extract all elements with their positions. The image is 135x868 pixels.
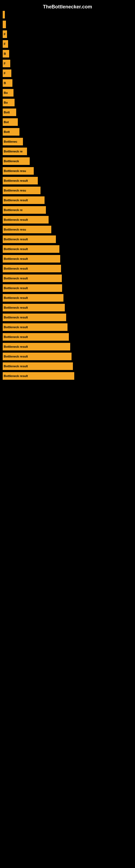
bar-item: Bot	[3, 118, 135, 126]
bar: Bo	[3, 89, 13, 97]
bar-label: Bottleneck result	[4, 316, 28, 319]
bar-label: B	[4, 82, 6, 85]
bar-label: Bottleneck re	[4, 208, 23, 212]
bar: Bottleneck result	[3, 196, 45, 204]
bar: Bottleneck result	[3, 314, 66, 321]
bar-label: Bottleneck result	[4, 326, 28, 329]
bar-item: F	[3, 40, 135, 48]
bar-label: Bottleneck result	[4, 296, 28, 300]
bar-item: Bottleneck result	[3, 245, 135, 253]
bar: Bottleneck re	[3, 206, 46, 214]
bar-label: Bottleneck result	[4, 257, 28, 260]
bar-item: Bottleneck result	[3, 216, 135, 223]
bar-label: Bottleneck result	[4, 247, 28, 251]
bar-item: Bottleneck result	[3, 196, 135, 204]
bar-item: Bottleneck re	[3, 148, 135, 155]
bar-item: Bottleneck resu	[3, 226, 135, 233]
bar-item: Bottleneck result	[3, 314, 135, 321]
bar-item: Bottleneck result	[3, 177, 135, 184]
bar-label: Bottleneck result	[4, 198, 28, 202]
bar: Bottleneck result	[3, 216, 49, 223]
bar: Bottleneck result	[3, 275, 62, 282]
bar: F	[3, 40, 8, 48]
bar-item: B	[3, 79, 135, 87]
bar-item	[3, 21, 135, 28]
bar-item: Bottleneck re	[3, 206, 135, 214]
bar: Bottleneck result	[3, 323, 68, 331]
bar: Bottleneck result	[3, 294, 63, 302]
bar-item: Bott	[3, 128, 135, 135]
bar-item: F	[3, 60, 135, 67]
bar: Bottleneck result	[3, 284, 62, 292]
bar-item: Bottleneck	[3, 157, 135, 165]
bar: Bottleneck result	[3, 265, 61, 272]
bar-item: Bottleneck result	[3, 275, 135, 282]
bar: Bottleneck result	[3, 177, 38, 184]
bar-label: B	[4, 52, 6, 55]
bar-item: F	[3, 69, 135, 77]
bar-label: F	[4, 72, 6, 75]
bar-item: Bottleneck result	[3, 343, 135, 350]
bar: Bott	[3, 108, 16, 116]
bar-label: Bottleneck result	[4, 374, 28, 378]
bar-label: Bottleneck re	[4, 150, 23, 153]
bar: Bottleneck result	[3, 245, 59, 253]
bar: Bottleneck resu	[3, 226, 51, 233]
bar-label: Bottleneck result	[4, 267, 28, 270]
bar: Bottleneck result	[3, 372, 74, 380]
bar-label: F	[4, 33, 6, 36]
bar: Bottleneck result	[3, 352, 72, 360]
bar	[3, 11, 5, 19]
bar-label: Bottleneck resu	[4, 228, 26, 231]
bar-item: B	[3, 50, 135, 58]
bar-item: Bottleneck result	[3, 352, 135, 360]
bar: Bottlenec	[3, 138, 23, 145]
bar: Bott	[3, 128, 19, 135]
bar-label: Bottleneck result	[4, 355, 28, 358]
bar-item: Bottleneck result	[3, 362, 135, 370]
bar-item: Bo	[3, 99, 135, 106]
bar-item: Bottlenec	[3, 138, 135, 145]
bar-label: Bottleneck result	[4, 306, 28, 309]
bar-item: Bottleneck resu	[3, 187, 135, 194]
bar-label: Bottleneck result	[4, 335, 28, 339]
bar-label: Bott	[4, 111, 10, 114]
bar-label: Bottleneck result	[4, 286, 28, 290]
bar-label: Bottleneck result	[4, 365, 28, 368]
bar: Bottleneck result	[3, 236, 56, 243]
bar-item: Bottleneck result	[3, 265, 135, 272]
bar-label: Bo	[4, 101, 8, 104]
bar-item: Bottleneck result	[3, 323, 135, 331]
bar-label: Bottleneck result	[4, 345, 28, 348]
bar-label: Bot	[4, 120, 9, 124]
site-title: TheBottlenecker.com	[0, 1, 135, 11]
bar-label: F	[4, 42, 6, 45]
bar: F	[3, 60, 10, 67]
bar: Bottleneck result	[3, 304, 65, 311]
bar: Bottleneck result	[3, 362, 73, 370]
bar	[3, 21, 6, 28]
bar-item: Bottleneck result	[3, 333, 135, 341]
bar: Bottleneck result	[3, 333, 69, 341]
bars-container: FFBFFBBoBoBottBotBottBottlenecBottleneck…	[0, 11, 135, 382]
bar: Bottleneck re	[3, 148, 27, 155]
bar-item	[3, 11, 135, 19]
bar-item: Bottleneck result	[3, 294, 135, 302]
bar-item: Bottleneck result	[3, 255, 135, 262]
bar-label: Bottleneck result	[4, 179, 28, 182]
bar: Bottleneck resu	[3, 167, 34, 175]
bar-label: Bottleneck result	[4, 238, 28, 241]
bar-label: Bottleneck result	[4, 218, 28, 221]
bar-item: Bottleneck result	[3, 304, 135, 311]
bar-item: F	[3, 30, 135, 38]
bar-item: Bott	[3, 108, 135, 116]
bar: Bo	[3, 99, 14, 106]
bar-label: Bottlenec	[4, 140, 17, 143]
bar: Bottleneck resu	[3, 187, 41, 194]
bar: Bottleneck	[3, 157, 30, 165]
bar: Bottleneck result	[3, 343, 70, 350]
bar-label: Bottleneck resu	[4, 189, 26, 192]
bar: F	[3, 69, 11, 77]
bar-label: Bottleneck result	[4, 277, 28, 280]
bar: F	[3, 30, 7, 38]
